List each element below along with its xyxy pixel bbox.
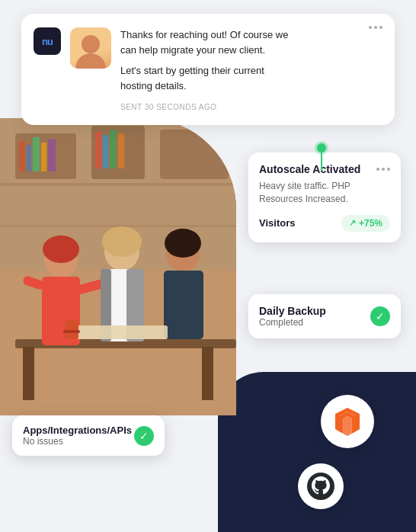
autoscale-header: Autoscale Activated	[259, 163, 390, 175]
nu-logo: nu	[34, 27, 61, 55]
svg-rect-12	[95, 132, 101, 168]
chat-message-2: Let's start by getting their current hos…	[120, 63, 382, 93]
logo-text: nu	[42, 36, 53, 47]
magento-icon[interactable]	[321, 395, 374, 448]
svg-point-20	[43, 236, 79, 263]
svg-rect-17	[23, 347, 34, 400]
svg-rect-34	[63, 330, 80, 333]
svg-rect-5	[0, 183, 236, 186]
backup-check-icon: ✓	[370, 306, 390, 326]
apps-card: Apps/Integrations/APIs No issues ✓	[12, 415, 165, 456]
backup-info: Daily Backup Completed	[259, 305, 326, 328]
chat-card: nu Thanks for reaching out! Of course we…	[21, 14, 395, 125]
chat-message: Thanks for reaching out! Of course we ca…	[120, 27, 382, 57]
dot-3	[379, 26, 382, 29]
autoscale-title: Autoscale Activated	[259, 163, 360, 175]
dot-2	[382, 168, 385, 171]
magento-svg	[331, 405, 364, 438]
visitors-badge: ↗ +75%	[341, 215, 390, 232]
autoscale-description: Heavy site traffic. PHP Resources Increa…	[259, 180, 390, 206]
apps-info: Apps/Integrations/APIs No issues	[23, 425, 132, 447]
svg-rect-32	[76, 325, 168, 339]
chat-content: Thanks for reaching out! Of course we ca…	[120, 27, 382, 113]
svg-point-30	[165, 229, 201, 258]
svg-rect-15	[118, 133, 124, 168]
github-icon[interactable]	[298, 463, 344, 509]
main-image-area	[0, 118, 236, 415]
github-svg	[306, 472, 335, 501]
main-container: nu Thanks for reaching out! Of course we…	[0, 0, 416, 532]
svg-rect-31	[164, 271, 203, 339]
svg-rect-33	[65, 320, 78, 339]
backup-card: Daily Backup Completed ✓	[248, 294, 401, 338]
chat-more-button[interactable]	[369, 26, 382, 29]
svg-rect-8	[27, 145, 31, 171]
connector-dot	[317, 143, 326, 152]
svg-rect-13	[103, 135, 108, 168]
chat-timestamp: SENT 30 SECONDS AGO	[120, 103, 217, 111]
backup-status: Completed	[259, 317, 326, 328]
apps-title: Apps/Integrations/APIs	[23, 425, 132, 436]
autoscale-more-button[interactable]	[376, 168, 390, 171]
people-illustration	[0, 118, 236, 415]
apps-check-icon: ✓	[134, 426, 154, 446]
svg-rect-9	[33, 137, 40, 171]
svg-rect-7	[19, 141, 25, 171]
svg-rect-14	[110, 130, 117, 168]
svg-rect-10	[41, 143, 46, 171]
svg-rect-18	[202, 347, 213, 400]
user-avatar	[70, 27, 111, 69]
svg-point-25	[102, 226, 142, 257]
backup-title: Daily Backup	[259, 305, 326, 317]
apps-status: No issues	[23, 436, 132, 447]
visitors-label: Visitors	[259, 217, 295, 229]
svg-rect-11	[48, 139, 56, 171]
autoscale-card: Autoscale Activated Heavy site traffic. …	[248, 152, 401, 242]
visitors-row: Visitors ↗ +75%	[259, 215, 390, 232]
people-scene	[0, 118, 236, 415]
dot-1	[376, 168, 379, 171]
chat-card-header: nu Thanks for reaching out! Of course we…	[34, 27, 382, 113]
avatar-face	[70, 27, 111, 69]
visitors-value: +75%	[359, 218, 382, 229]
dot-1	[369, 26, 372, 29]
svg-rect-4	[160, 130, 229, 179]
trend-up-icon: ↗	[349, 218, 356, 228]
dot-2	[374, 26, 377, 29]
dot-3	[387, 168, 390, 171]
